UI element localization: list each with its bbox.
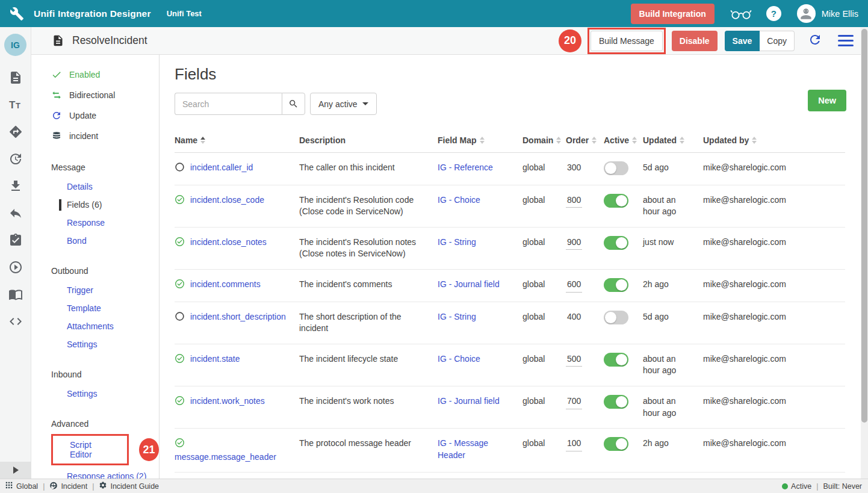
order-value[interactable]: 900 bbox=[566, 237, 582, 250]
statusbar-item-incident-guide[interactable]: Incident Guide bbox=[99, 481, 159, 491]
field-map-link[interactable]: IG - Choice bbox=[438, 195, 480, 205]
active-toggle[interactable] bbox=[604, 278, 628, 292]
sidebar-item-trigger[interactable]: Trigger bbox=[51, 281, 159, 299]
play-icon[interactable] bbox=[8, 260, 23, 274]
sidebar-item-response[interactable]: Response bbox=[51, 214, 159, 232]
column-label: Updated bbox=[643, 135, 677, 145]
statusbar-item-global[interactable]: Global bbox=[5, 481, 38, 491]
field-name-link[interactable]: incident.state bbox=[190, 354, 240, 364]
disable-button[interactable]: Disable bbox=[672, 31, 718, 51]
reply-icon[interactable] bbox=[8, 206, 23, 220]
field-map-link[interactable]: IG - Reference bbox=[438, 163, 493, 172]
user-name[interactable]: Mike Ellis bbox=[822, 9, 858, 19]
active-toggle[interactable] bbox=[604, 437, 628, 451]
field-map-link[interactable]: IG - Journal field bbox=[438, 396, 500, 406]
sidebar-item-settings[interactable]: Settings bbox=[51, 335, 159, 353]
download-icon[interactable] bbox=[8, 179, 23, 193]
vertical-scrollbar[interactable] bbox=[861, 28, 868, 479]
sidebar-item-fields-6[interactable]: Fields (6) bbox=[51, 196, 159, 214]
history-icon[interactable] bbox=[8, 152, 23, 166]
copy-button[interactable]: Copy bbox=[760, 31, 795, 51]
sort-icon[interactable] bbox=[632, 137, 637, 144]
code-icon[interactable] bbox=[8, 314, 23, 329]
column-header-updated-by[interactable]: Updated by bbox=[703, 135, 845, 145]
fields-table: NameDescriptionField MapDomainOrderActiv… bbox=[175, 129, 845, 493]
sort-icon[interactable] bbox=[556, 137, 561, 144]
active-toggle[interactable] bbox=[604, 236, 628, 250]
sidebar-item-details[interactable]: Details bbox=[51, 178, 159, 196]
field-map-link[interactable]: IG - String bbox=[438, 312, 476, 321]
field-name-link[interactable]: incident.work_notes bbox=[190, 396, 265, 406]
sort-icon[interactable] bbox=[200, 137, 205, 144]
order-value[interactable]: 600 bbox=[566, 279, 582, 293]
column-header-field-map[interactable]: Field Map bbox=[438, 135, 522, 145]
sort-icon[interactable] bbox=[480, 137, 485, 144]
build-integration-button[interactable]: Build Integration bbox=[631, 4, 715, 24]
column-header-active[interactable]: Active bbox=[604, 135, 643, 145]
sidebar-item-attachments[interactable]: Attachments bbox=[51, 317, 159, 335]
field-name-link[interactable]: incident.short_description bbox=[190, 312, 286, 321]
task-icon[interactable] bbox=[8, 233, 23, 247]
sort-icon[interactable] bbox=[680, 137, 684, 144]
field-map-link[interactable]: IG - Journal field bbox=[438, 279, 500, 289]
sort-icon[interactable] bbox=[752, 137, 757, 144]
statusbar-item-incident[interactable]: Incident bbox=[49, 481, 87, 491]
column-header-name[interactable]: Name bbox=[175, 135, 299, 145]
column-header-domain[interactable]: Domain bbox=[522, 135, 566, 145]
new-field-button[interactable]: New bbox=[808, 90, 846, 111]
order-value[interactable]: 100 bbox=[566, 438, 582, 451]
active-toggle[interactable] bbox=[604, 395, 628, 409]
statusbar-item-label: Global bbox=[16, 482, 38, 491]
field-map-link[interactable]: IG - Message Header bbox=[438, 438, 488, 460]
sort-icon[interactable] bbox=[592, 137, 597, 144]
field-description: The incident's comments bbox=[299, 279, 438, 291]
field-name-link[interactable]: message.message_header bbox=[175, 452, 276, 462]
sidebar-item-template[interactable]: Template bbox=[51, 299, 159, 317]
active-toggle[interactable] bbox=[604, 353, 628, 367]
field-name-link[interactable]: incident.close_code bbox=[190, 195, 264, 205]
workspace-name[interactable]: Unifi Test bbox=[167, 9, 202, 18]
order-value[interactable]: 700 bbox=[566, 395, 582, 409]
updated-time: 2h ago bbox=[643, 438, 703, 450]
field-name-link[interactable]: incident.comments bbox=[190, 279, 261, 289]
updated-time: 2h ago bbox=[643, 279, 703, 291]
field-map-link[interactable]: IG - String bbox=[438, 237, 476, 247]
field-active-check-icon bbox=[175, 237, 185, 250]
rail-expand-button[interactable] bbox=[0, 462, 31, 479]
sidebar-item-settings[interactable]: Settings bbox=[51, 385, 159, 403]
document-icon[interactable] bbox=[8, 70, 23, 85]
active-toggle[interactable] bbox=[604, 194, 628, 208]
send-icon[interactable] bbox=[8, 125, 23, 139]
help-icon[interactable]: ? bbox=[766, 6, 781, 21]
typography-icon[interactable]: TT bbox=[8, 98, 23, 112]
preview-glasses-icon[interactable] bbox=[730, 7, 752, 20]
updated-time: 5d ago bbox=[643, 162, 703, 174]
field-active-check-icon bbox=[175, 353, 185, 367]
sidebar-item-bond[interactable]: Bond bbox=[51, 232, 159, 250]
active-filter-dropdown[interactable]: Any active bbox=[310, 93, 377, 115]
column-header-description[interactable]: Description bbox=[299, 135, 438, 145]
build-message-button[interactable]: Build Message bbox=[591, 31, 663, 51]
field-active-check-icon bbox=[175, 395, 185, 409]
annotation-badge-20: 20 bbox=[559, 29, 581, 52]
book-icon[interactable] bbox=[8, 287, 23, 302]
sidebar-item-script-editor[interactable]: Script Editor bbox=[54, 436, 126, 463]
column-header-updated[interactable]: Updated bbox=[643, 135, 703, 145]
column-header-order[interactable]: Order bbox=[566, 135, 604, 145]
user-avatar[interactable] bbox=[797, 4, 816, 23]
field-name-link[interactable]: incident.caller_id bbox=[190, 163, 253, 172]
menu-icon[interactable] bbox=[838, 34, 854, 48]
order-value[interactable]: 500 bbox=[566, 353, 582, 367]
sidebar-item-response-actions-2[interactable]: Response actions (2) bbox=[51, 467, 159, 479]
active-toggle[interactable] bbox=[604, 311, 628, 324]
integration-avatar[interactable]: IG bbox=[4, 34, 26, 56]
search-input[interactable] bbox=[175, 93, 282, 115]
order-value[interactable]: 800 bbox=[566, 194, 582, 208]
search-button[interactable] bbox=[282, 93, 305, 115]
scrollbar-thumb[interactable] bbox=[861, 29, 867, 423]
active-toggle[interactable] bbox=[604, 161, 628, 175]
field-map-link[interactable]: IG - Choice bbox=[438, 354, 480, 364]
field-name-link[interactable]: incident.close_notes bbox=[190, 237, 267, 247]
refresh-icon[interactable] bbox=[808, 33, 822, 49]
save-button[interactable]: Save bbox=[725, 31, 760, 51]
